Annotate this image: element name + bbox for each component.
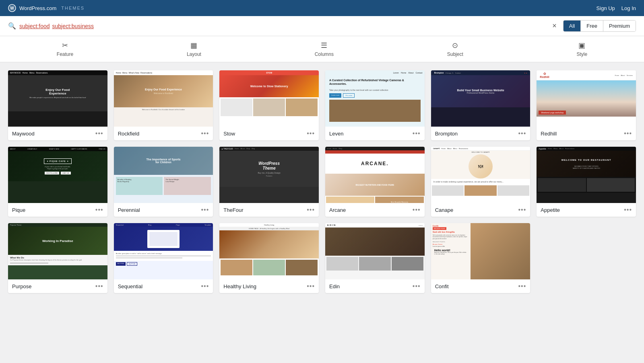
subject-icon: ⊙ (452, 41, 458, 50)
theme-more-redhill[interactable]: ••• (624, 130, 632, 137)
tab-style[interactable]: ▣ Style (568, 39, 595, 59)
theme-more-rockfield[interactable]: ••• (201, 130, 209, 137)
theme-card-purpose[interactable]: Purpose Theme Working In Paradise What W… (8, 223, 107, 293)
theme-name-redhill: Redhill (541, 131, 557, 137)
theme-more-appetite[interactable]: ••• (624, 206, 632, 213)
theme-card-rockfield[interactable]: HomeMenuWhat's NewReservations Enjoy Our… (114, 70, 213, 140)
theme-thumb-appetite: AppetiteHomeMenuAboutReservations WELCOM… (537, 147, 636, 203)
theme-card-leven[interactable]: LoremHomeAboutContact A Curated Collecti… (325, 70, 425, 140)
filter-free-button[interactable]: Free (581, 21, 603, 31)
theme-thumb-arcane: ● ● ●HomeShop ARCANE. BIGGEST NUTRITION … (325, 147, 425, 203)
theme-grid: MAYWOODHomeMenuReservations Enjoy Our Fo… (0, 62, 644, 301)
theme-more-purpose[interactable]: ••• (95, 283, 103, 290)
wordpress-logo: W (8, 4, 16, 12)
theme-more-confit[interactable]: ••• (518, 283, 526, 290)
theme-name-confit: Confit (435, 283, 449, 289)
theme-thumb-redhill: ✿ Redhill HomeAboutServices Weekend yoga… (537, 70, 636, 127)
theme-more-sequential[interactable]: ••• (201, 283, 209, 290)
theme-card-thefour[interactable]: ● THEFOUR HomeAboutShopBlog WordPressThe… (219, 147, 319, 217)
theme-card-sequential[interactable]: SequentialBlogPageTemplate Another great… (114, 223, 213, 293)
theme-footer-confit: Confit ••• (431, 279, 530, 293)
theme-more-leven[interactable]: ••• (413, 130, 421, 137)
theme-more-healthyliving[interactable]: ••• (307, 283, 315, 290)
theme-card-edin[interactable]: EDIN ● ● ● Edin ••• (325, 223, 425, 293)
theme-footer-redhill: Redhill ••• (537, 127, 636, 140)
theme-thumb-maywood: MAYWOODHomeMenuReservations Enjoy Our Fo… (8, 70, 107, 127)
theme-thumb-brompton: Brompton Chicago, ILContact ●● Build You… (431, 70, 530, 127)
theme-card-stow[interactable]: STOW Welcome to Stow Stationery Stow ••• (219, 70, 319, 140)
themes-label: THEMES (61, 6, 85, 10)
theme-name-rockfield: Rockfield (118, 131, 139, 137)
log-in-link[interactable]: Log In (621, 5, 636, 11)
search-icon: 🔍 (8, 22, 16, 30)
filter-all-button[interactable]: All (564, 21, 581, 31)
tab-columns[interactable]: ☰ Columns (307, 39, 342, 59)
theme-footer-healthyliving: Healthy Living ••• (219, 279, 319, 293)
theme-card-redhill[interactable]: ✿ Redhill HomeAboutServices Weekend yoga… (537, 70, 636, 140)
layout-icon: ▦ (190, 41, 197, 50)
theme-thumb-canape: CANAPÉHomeAboutMenuReservations WELCOME … (431, 147, 530, 203)
tab-feature[interactable]: ✂ Feature (49, 39, 81, 59)
theme-card-arcane[interactable]: ● ● ●HomeShop ARCANE. BIGGEST NUTRITION … (325, 147, 425, 217)
top-bar-brand-area: W WordPress.com THEMES (8, 4, 85, 12)
subject-label: Subject (447, 51, 463, 57)
filter-tabs: ✂ Feature ▦ Layout ☰ Columns ⊙ Subject ▣… (0, 36, 644, 62)
top-bar-actions: Sign Up Log In (597, 5, 636, 11)
search-bar: 🔍 subject:food subject:business × All Fr… (0, 16, 644, 36)
theme-footer-brompton: Brompton ••• (431, 127, 530, 140)
theme-name-canape: Canape (435, 207, 454, 213)
theme-more-stow[interactable]: ••• (307, 130, 315, 137)
theme-name-stow: Stow (223, 131, 235, 137)
theme-more-arcane[interactable]: ••• (413, 206, 421, 213)
theme-more-canape[interactable]: ••• (518, 206, 526, 213)
top-bar: W WordPress.com THEMES Sign Up Log In (0, 0, 644, 16)
theme-card-pique[interactable]: ABOUTCREATIVELYWHAT'S NEW HAPPY CUSTOMER… (8, 147, 107, 217)
theme-name-appetite: Appetite (541, 207, 560, 213)
theme-more-pique[interactable]: ••• (95, 206, 103, 213)
feature-label: Feature (57, 51, 73, 57)
columns-icon: ☰ (321, 41, 327, 50)
theme-more-perennial[interactable]: ••• (201, 206, 209, 213)
theme-footer-leven: Leven ••• (325, 127, 425, 140)
theme-more-brompton[interactable]: ••• (518, 130, 526, 137)
theme-footer-purpose: Purpose ••• (8, 279, 107, 293)
theme-more-thefour[interactable]: ••• (307, 206, 315, 213)
search-tags: subject:food subject:business (19, 23, 94, 29)
theme-card-healthyliving[interactable]: Healthy Living HOME PAGE - A Healthy Lif… (219, 223, 319, 293)
style-icon: ▣ (578, 41, 585, 50)
theme-thumb-edin: EDIN ● ● ● (325, 223, 425, 279)
theme-name-arcane: Arcane (329, 207, 346, 213)
theme-card-maywood[interactable]: MAYWOODHomeMenuReservations Enjoy Our Fo… (8, 70, 107, 140)
theme-thumb-purpose: Purpose Theme Working In Paradise What W… (8, 223, 107, 279)
theme-thumb-rockfield: HomeMenuWhat's NewReservations Enjoy Our… (114, 70, 213, 127)
feature-icon: ✂ (62, 41, 68, 50)
theme-thumb-sequential: SequentialBlogPageTemplate Another great… (114, 223, 213, 279)
filter-premium-button[interactable]: Premium (603, 21, 636, 31)
theme-footer-stow: Stow ••• (219, 127, 319, 140)
theme-card-perennial[interactable]: The Importance of Sportsfor Children Ben… (114, 147, 213, 217)
tab-layout[interactable]: ▦ Layout (179, 39, 209, 59)
search-tag-business[interactable]: subject:business (52, 23, 94, 29)
search-area: 🔍 subject:food subject:business (8, 22, 552, 30)
columns-label: Columns (315, 51, 334, 57)
theme-more-edin[interactable]: ••• (413, 283, 421, 290)
theme-name-leven: Leven (329, 131, 343, 137)
search-clear-button[interactable]: × (552, 22, 557, 30)
search-tag-food[interactable]: subject:food (19, 23, 50, 29)
theme-card-appetite[interactable]: AppetiteHomeMenuAboutReservations WELCOM… (537, 147, 636, 217)
theme-footer-edin: Edin ••• (325, 279, 425, 293)
theme-card-brompton[interactable]: Brompton Chicago, ILContact ●● Build You… (431, 70, 530, 140)
sign-up-link[interactable]: Sign Up (597, 5, 615, 11)
theme-thumb-perennial: The Importance of Sportsfor Children Ben… (114, 147, 213, 203)
theme-card-confit[interactable]: Confit RECENT POST Sed elit leo fringill… (431, 223, 530, 293)
style-label: Style (576, 51, 587, 57)
theme-thumb-leven: LoremHomeAboutContact A Curated Collecti… (325, 70, 425, 127)
theme-more-maywood[interactable]: ••• (95, 130, 103, 137)
theme-footer-thefour: TheFour ••• (219, 203, 319, 217)
svg-text:W: W (10, 6, 14, 10)
theme-thumb-stow: STOW Welcome to Stow Stationery (219, 70, 319, 127)
theme-thumb-healthyliving: Healthy Living HOME PAGE - A Healthy Lif… (219, 223, 319, 279)
theme-card-canape[interactable]: CANAPÉHomeAboutMenuReservations WELCOME … (431, 147, 530, 217)
tab-subject[interactable]: ⊙ Subject (439, 39, 471, 59)
theme-footer-pique: Pique ••• (8, 203, 107, 217)
